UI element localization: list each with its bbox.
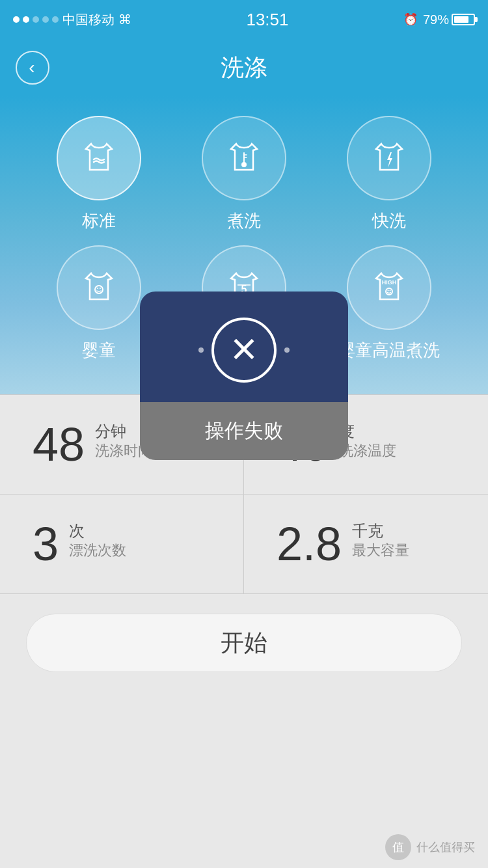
svg-point-5 <box>97 288 98 289</box>
page: 中国移动 ⌘ 13:51 ⏰ 79% ‹ 洗涤 <box>0 0 488 868</box>
battery-icon <box>452 14 475 25</box>
mode-baby-hot-circle: HIGH <box>347 245 431 330</box>
mode-boil[interactable]: 煮洗 <box>185 116 303 232</box>
mode-standard-label: 标准 <box>82 210 116 232</box>
mode-quick-circle <box>347 116 431 200</box>
stat-rinse-count-info: 次 漂洗次数 <box>69 521 126 565</box>
modal-dot-right <box>284 347 290 353</box>
stat-max-capacity-unit: 千克 <box>352 521 409 541</box>
signal-dot-2 <box>23 16 29 23</box>
mode-boil-label: 煮洗 <box>227 210 261 232</box>
back-chevron-icon: ‹ <box>29 57 34 78</box>
watermark-icon: 值 <box>385 834 411 860</box>
shirt-baby-high-icon: HIGH <box>368 267 410 308</box>
stat-max-capacity-desc: 最大容量 <box>352 541 409 560</box>
stat-rinse-count: 3 次 漂洗次数 <box>0 495 244 594</box>
modal-top <box>140 292 348 402</box>
battery-label: 79% <box>423 12 449 27</box>
status-right: ⏰ 79% <box>403 12 475 27</box>
stat-max-capacity: 2.8 千克 最大容量 <box>244 495 488 594</box>
battery-box: 79% <box>423 12 475 27</box>
shirt-thermometer-icon <box>223 137 265 179</box>
wifi-icon: ⌘ <box>118 12 131 27</box>
alarm-icon: ⏰ <box>403 12 418 27</box>
stat-rinse-count-value: 3 <box>33 521 59 567</box>
svg-point-6 <box>100 288 101 289</box>
mode-baby-circle <box>57 245 141 330</box>
signal-dot-3 <box>33 16 39 23</box>
stat-max-capacity-value: 2.8 <box>277 521 342 567</box>
signal-dot-4 <box>42 16 49 23</box>
stats-area: 48 分钟 洗涤时间 40 度 洗涤温度 3 次 <box>0 394 488 868</box>
page-title: 洗涤 <box>221 52 267 84</box>
stat-rinse-count-unit: 次 <box>69 521 126 541</box>
svg-point-12 <box>388 290 389 292</box>
stat-wash-time-value: 48 <box>33 421 85 468</box>
shirt-baby-icon <box>78 267 120 308</box>
mode-quick[interactable]: 快洗 <box>331 116 448 232</box>
modal-bottom: 操作失败 <box>140 402 348 460</box>
signal-dots <box>13 16 59 23</box>
shirt-lightning-icon <box>368 137 410 179</box>
modes-row-1: 标准 煮洗 <box>0 116 488 232</box>
status-bar: 中国移动 ⌘ 13:51 ⏰ 79% <box>0 0 488 39</box>
status-left: 中国移动 ⌘ <box>13 11 131 29</box>
watermark-text: 什么值得买 <box>416 839 475 855</box>
start-area: 开始 <box>0 594 488 692</box>
back-button[interactable]: ‹ <box>16 51 49 85</box>
svg-point-1 <box>241 162 247 167</box>
mode-boil-circle <box>202 116 286 200</box>
signal-dot-1 <box>13 16 20 23</box>
mode-baby-hot-label: 婴童高温煮洗 <box>338 339 440 362</box>
stat-max-capacity-info: 千克 最大容量 <box>352 521 409 565</box>
watermark: 值 什么值得买 <box>385 834 475 860</box>
svg-point-4 <box>95 286 103 293</box>
mode-quick-label: 快洗 <box>372 210 406 232</box>
mode-standard[interactable]: 标准 <box>40 116 157 232</box>
error-modal[interactable]: 操作失败 <box>140 292 348 460</box>
modal-icon-container <box>211 318 277 383</box>
battery-fill <box>454 16 468 23</box>
status-time: 13:51 <box>246 10 288 30</box>
modal-message: 操作失败 <box>205 418 283 444</box>
signal-dot-5 <box>52 16 59 23</box>
svg-point-13 <box>390 290 391 292</box>
start-button-label: 开始 <box>221 627 267 659</box>
svg-text:HIGH: HIGH <box>382 279 397 286</box>
start-button[interactable]: 开始 <box>26 614 462 672</box>
modal-x-circle <box>211 318 277 383</box>
shirt-wave-icon <box>78 137 120 179</box>
modal-dot-left <box>198 347 204 353</box>
svg-point-11 <box>386 288 392 295</box>
mode-baby-hot[interactable]: HIGH 婴童高温煮洗 <box>331 245 448 362</box>
carrier-label: 中国移动 <box>62 11 115 29</box>
mode-standard-circle <box>57 116 141 200</box>
header: ‹ 洗涤 <box>0 39 488 96</box>
stat-rinse-count-desc: 漂洗次数 <box>69 541 126 560</box>
mode-baby-label: 婴童 <box>82 339 116 362</box>
